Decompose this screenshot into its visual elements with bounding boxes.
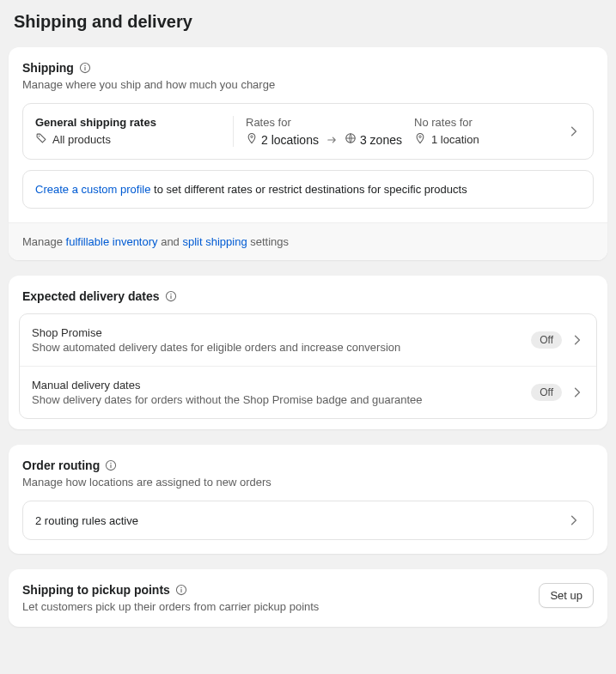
routing-card: Order routing Manage how locations are a… (9, 445, 607, 554)
svg-point-3 (39, 136, 40, 137)
info-icon[interactable] (165, 290, 177, 302)
fulfillable-inventory-link[interactable]: fulfillable inventory (66, 235, 158, 248)
footer-mid: and (158, 235, 183, 248)
chevron-right-icon (567, 513, 581, 527)
no-rates-label: No rates for (414, 116, 560, 129)
svg-point-11 (111, 463, 112, 464)
pickup-desc: Let customers pick up their orders from … (22, 600, 319, 613)
shipping-footer: Manage fulfillable inventory and split s… (9, 222, 607, 260)
delivery-title: Expected delivery dates (22, 289, 160, 303)
svg-rect-2 (84, 67, 85, 70)
chevron-right-icon (570, 386, 584, 399)
arrow-right-icon (326, 134, 338, 146)
svg-point-14 (180, 587, 181, 588)
custom-profile-suffix: to set different rates or restrict desti… (150, 183, 467, 196)
svg-point-1 (84, 65, 85, 66)
routing-desc: Manage how locations are assigned to new… (22, 476, 594, 489)
rates-zones-count: 3 zones (360, 133, 402, 147)
rates-locations-count: 2 locations (261, 133, 319, 147)
svg-point-4 (251, 136, 253, 138)
delivery-card: Expected delivery dates Shop Promise Sho… (9, 276, 607, 429)
pickup-card: Shipping to pickup points Let customers … (9, 569, 607, 627)
routing-title: Order routing (22, 458, 100, 472)
shipping-card: Shipping Manage where you ship and how m… (9, 47, 607, 260)
info-icon[interactable] (175, 584, 187, 596)
manual-dates-title: Manual delivery dates (32, 379, 531, 392)
manual-dates-row[interactable]: Manual delivery dates Show delivery date… (20, 366, 596, 418)
page-title: Shipping and delivery (14, 12, 602, 32)
svg-rect-9 (170, 295, 171, 299)
tag-icon (35, 132, 47, 147)
globe-icon (345, 132, 357, 147)
shipping-desc: Manage where you ship and how much you c… (22, 78, 594, 91)
no-rates-locations-count: 1 location (431, 133, 479, 146)
location-pin-icon (246, 132, 258, 147)
general-rates-scope: All products (52, 133, 111, 146)
status-badge: Off (531, 331, 562, 349)
chevron-right-icon (570, 333, 584, 347)
info-icon[interactable] (105, 459, 117, 471)
custom-profile-box: Create a custom profile to set different… (22, 170, 594, 209)
info-icon[interactable] (79, 62, 91, 74)
routing-rules-row[interactable]: 2 routing rules active (22, 501, 594, 540)
shop-promise-title: Shop Promise (32, 326, 531, 339)
status-badge: Off (531, 384, 562, 401)
svg-point-6 (419, 136, 422, 138)
pickup-title: Shipping to pickup points (22, 583, 170, 597)
svg-point-8 (170, 294, 171, 294)
manual-dates-desc: Show delivery dates for orders without t… (32, 393, 531, 406)
location-pin-icon (414, 132, 426, 147)
routing-summary: 2 routing rules active (35, 514, 567, 527)
shipping-title: Shipping (22, 61, 74, 75)
footer-post: settings (247, 235, 289, 248)
shop-promise-row[interactable]: Shop Promise Show automated delivery dat… (20, 314, 596, 366)
setup-button[interactable]: Set up (539, 583, 594, 608)
create-custom-profile-link[interactable]: Create a custom profile (35, 183, 150, 196)
shipping-rates-row[interactable]: General shipping rates All products Rate… (22, 103, 594, 160)
svg-rect-15 (180, 589, 181, 592)
footer-pre: Manage (22, 235, 66, 248)
general-rates-title: General shipping rates (35, 116, 224, 129)
svg-rect-12 (111, 465, 112, 468)
split-shipping-link[interactable]: split shipping (182, 235, 247, 248)
rates-for-label: Rates for (246, 116, 407, 129)
shop-promise-desc: Show automated delivery dates for eligib… (32, 341, 531, 354)
chevron-right-icon (560, 124, 581, 138)
